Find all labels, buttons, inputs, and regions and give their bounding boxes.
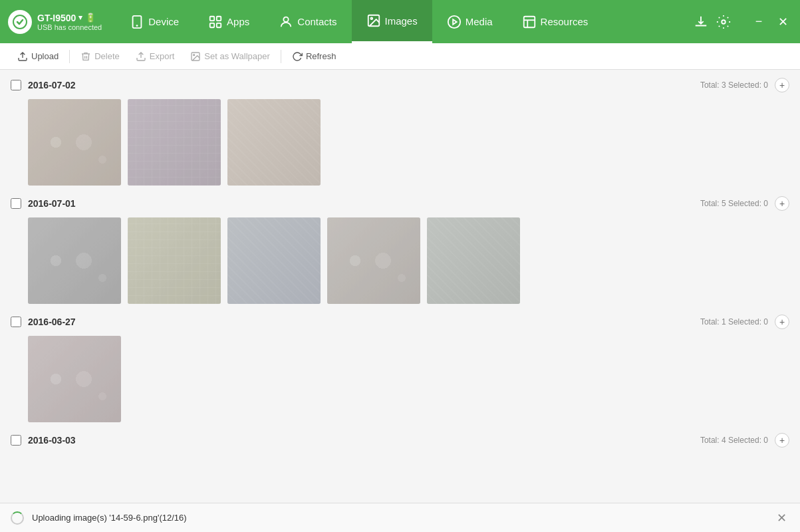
date-group: 2016-03-03Total: 4 Selected: 0+: [11, 433, 789, 448]
thumb-image: [28, 336, 121, 422]
svg-point-10: [448, 15, 460, 27]
image-thumb[interactable]: [128, 217, 221, 304]
device-info: GT-I9500 ▾ 🔋 USB has connected: [37, 13, 102, 31]
window-controls: − ✕: [749, 13, 792, 31]
thumb-image: [128, 217, 221, 304]
tab-resources[interactable]: Resources: [507, 0, 603, 43]
app-logo: GT-I9500 ▾ 🔋 USB has connected: [8, 10, 102, 34]
date-label: 2016-03-03: [28, 435, 700, 446]
header-actions: − ✕: [694, 13, 792, 31]
image-grid: [11, 217, 789, 304]
thumb-image: [28, 99, 121, 186]
date-label: 2016-07-01: [28, 198, 700, 209]
delete-button[interactable]: Delete: [74, 48, 126, 65]
svg-rect-3: [210, 16, 214, 20]
export-button[interactable]: Export: [129, 48, 182, 65]
date-label: 2016-07-02: [28, 80, 700, 90]
svg-marker-11: [453, 19, 457, 24]
toolbar-sep-1: [69, 50, 70, 63]
expand-group-button[interactable]: +: [775, 315, 789, 329]
device-name[interactable]: GT-I9500 ▾ 🔋: [37, 13, 102, 23]
tab-device[interactable]: Device: [115, 0, 194, 43]
tab-contacts[interactable]: Contacts: [264, 0, 351, 43]
toolbar-sep-2: [281, 50, 281, 63]
expand-group-button[interactable]: +: [775, 433, 789, 448]
image-grid: [11, 336, 789, 422]
image-thumb[interactable]: [28, 336, 121, 422]
thumb-image: [227, 217, 321, 304]
svg-point-18: [194, 54, 195, 55]
svg-rect-6: [217, 23, 221, 27]
settings-button[interactable]: [716, 15, 731, 29]
refresh-button[interactable]: Refresh: [285, 48, 343, 65]
thumb-image: [227, 99, 321, 186]
svg-point-15: [722, 20, 726, 24]
date-label: 2016-06-27: [28, 317, 700, 327]
svg-rect-4: [217, 16, 221, 20]
download-button[interactable]: [694, 15, 708, 29]
nav-tabs: Device Apps Contacts Images Media Resour…: [115, 0, 694, 43]
date-group-checkbox[interactable]: [11, 80, 21, 90]
content-area: 2016-07-02Total: 3 Selected: 0+2016-07-0…: [0, 70, 800, 503]
thumb-image: [128, 99, 221, 186]
thumb-image: [327, 217, 420, 304]
thumb-image: [28, 217, 121, 304]
image-thumb[interactable]: [227, 99, 321, 186]
tab-apps[interactable]: Apps: [194, 0, 264, 43]
status-bar: Uploading image(s) '14-59-6.png'(12/16) …: [0, 503, 800, 532]
date-group-header: 2016-07-01Total: 5 Selected: 0+: [11, 196, 789, 211]
header: GT-I9500 ▾ 🔋 USB has connected Device Ap…: [0, 0, 800, 43]
svg-point-7: [284, 17, 289, 21]
date-group: 2016-07-02Total: 3 Selected: 0+: [11, 78, 789, 186]
toolbar: Upload Delete Export Set as Wallpaper Re…: [0, 43, 800, 70]
set-wallpaper-button[interactable]: Set as Wallpaper: [184, 48, 277, 65]
date-meta: Total: 1 Selected: 0: [700, 317, 768, 327]
expand-group-button[interactable]: +: [775, 78, 789, 92]
tab-images[interactable]: Images: [352, 0, 432, 43]
image-thumb[interactable]: [28, 217, 121, 304]
svg-rect-5: [210, 23, 214, 27]
image-thumb[interactable]: [327, 217, 420, 304]
date-group-checkbox[interactable]: [11, 198, 21, 209]
tab-media[interactable]: Media: [432, 0, 507, 43]
close-button[interactable]: ✕: [773, 13, 792, 31]
logo-icon: [8, 10, 32, 34]
date-group-header: 2016-07-02Total: 3 Selected: 0+: [11, 78, 789, 92]
date-group-checkbox[interactable]: [11, 435, 21, 446]
date-meta: Total: 3 Selected: 0: [700, 80, 768, 90]
battery-icon: 🔋: [85, 13, 96, 23]
date-group-header: 2016-06-27Total: 1 Selected: 0+: [11, 315, 789, 329]
status-close-button[interactable]: ✕: [773, 510, 789, 526]
date-group: 2016-07-01Total: 5 Selected: 0+: [11, 196, 789, 304]
minimize-button[interactable]: −: [749, 13, 768, 31]
date-meta: Total: 4 Selected: 0: [700, 436, 768, 445]
svg-rect-12: [523, 16, 535, 27]
image-thumb[interactable]: [28, 99, 121, 186]
image-thumb[interactable]: [427, 217, 520, 304]
status-message: Uploading image(s) '14-59-6.png'(12/16): [32, 513, 765, 523]
device-status: USB has connected: [37, 23, 102, 31]
date-group-header: 2016-03-03Total: 4 Selected: 0+: [11, 433, 789, 448]
expand-group-button[interactable]: +: [775, 196, 789, 211]
svg-point-9: [370, 17, 372, 19]
date-group: 2016-06-27Total: 1 Selected: 0+: [11, 315, 789, 422]
image-thumb[interactable]: [227, 217, 321, 304]
image-grid: [11, 99, 789, 186]
date-group-checkbox[interactable]: [11, 317, 21, 327]
upload-button[interactable]: Upload: [11, 48, 65, 65]
image-thumb[interactable]: [128, 99, 221, 186]
date-meta: Total: 5 Selected: 0: [700, 199, 768, 208]
thumb-image: [427, 217, 520, 304]
upload-spinner: [11, 511, 24, 525]
